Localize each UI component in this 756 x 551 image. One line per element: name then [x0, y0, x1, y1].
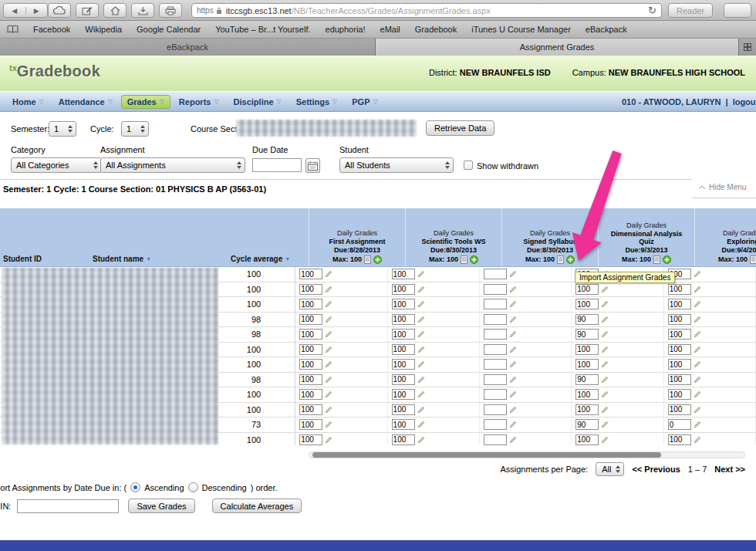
home-button[interactable]: [103, 3, 127, 18]
nav-item-grades[interactable]: Grades▽: [121, 95, 170, 109]
grade-input[interactable]: [484, 434, 507, 445]
grade-note-icon[interactable]: [509, 316, 517, 323]
grade-input[interactable]: [392, 404, 415, 415]
grade-input[interactable]: [575, 419, 599, 430]
logout-link[interactable]: logout: [733, 97, 756, 106]
grade-input[interactable]: [668, 329, 691, 340]
import-assignment-grades-icon[interactable]: [373, 255, 382, 264]
assignment-select[interactable]: All Assignments: [100, 157, 245, 173]
grade-input[interactable]: [392, 359, 415, 370]
grade-input[interactable]: [392, 299, 415, 309]
grade-input[interactable]: [575, 329, 599, 340]
bookmark-item[interactable]: iTunes U Course Manager: [471, 25, 571, 34]
grade-input[interactable]: [575, 359, 599, 370]
due-date-input[interactable]: [252, 158, 302, 172]
grade-note-icon[interactable]: [509, 346, 517, 353]
grade-input[interactable]: [575, 344, 599, 355]
grade-note-icon[interactable]: [694, 390, 701, 398]
grade-input[interactable]: [299, 284, 322, 295]
descending-radio[interactable]: [188, 482, 198, 492]
grade-note-icon[interactable]: [694, 406, 701, 414]
assignment-note-icon[interactable]: [557, 255, 564, 264]
grade-input[interactable]: [392, 284, 415, 295]
bookmark-item[interactable]: eduphoria!: [326, 25, 366, 34]
grade-input[interactable]: [392, 374, 415, 385]
calculate-averages-button[interactable]: Calculate Averages: [212, 499, 302, 513]
grade-note-icon[interactable]: [694, 300, 701, 308]
student-id-header[interactable]: Student ID: [3, 255, 42, 263]
assignment-note-icon[interactable]: [461, 255, 467, 264]
grade-input[interactable]: [668, 374, 691, 385]
grade-note-icon[interactable]: [601, 406, 609, 414]
category-select[interactable]: All Categories: [11, 157, 102, 173]
grade-input[interactable]: [668, 344, 691, 355]
horizontal-scrollbar[interactable]: [309, 451, 745, 458]
grade-note-icon[interactable]: [601, 300, 609, 308]
icloud-button[interactable]: [48, 3, 71, 18]
grade-note-icon[interactable]: [509, 436, 517, 444]
grade-input[interactable]: [668, 299, 691, 309]
nav-item-settings[interactable]: Settings▽: [290, 95, 344, 109]
grade-input[interactable]: [299, 314, 322, 325]
grade-note-icon[interactable]: [509, 270, 517, 278]
previous-page-link[interactable]: << Previous: [632, 465, 680, 474]
grade-note-icon[interactable]: [325, 270, 332, 278]
grade-note-icon[interactable]: [325, 436, 332, 444]
grade-input[interactable]: [392, 389, 415, 400]
toolbar-misc-button[interactable]: [724, 3, 751, 18]
grade-input[interactable]: [668, 359, 691, 370]
sort-icon[interactable]: ▼: [285, 256, 290, 262]
grade-input[interactable]: [668, 314, 691, 325]
tab-overview-button[interactable]: [739, 39, 756, 56]
grade-note-icon[interactable]: [325, 330, 332, 338]
grade-input[interactable]: [484, 314, 507, 325]
grade-input[interactable]: [299, 404, 322, 415]
cycle-select[interactable]: 1: [121, 121, 149, 137]
grade-note-icon[interactable]: [509, 406, 517, 414]
grade-input[interactable]: [484, 269, 507, 279]
grade-input[interactable]: [299, 419, 322, 430]
grade-note-icon[interactable]: [601, 360, 609, 368]
import-assignment-grades-icon[interactable]: [663, 255, 671, 264]
grade-input[interactable]: [484, 344, 507, 355]
grade-note-icon[interactable]: [509, 376, 517, 384]
grade-note-icon[interactable]: [325, 300, 332, 308]
grade-note-icon[interactable]: [509, 390, 517, 398]
save-grades-button[interactable]: Save Grades: [128, 499, 194, 513]
grade-input[interactable]: [392, 329, 415, 340]
grade-note-icon[interactable]: [601, 436, 609, 444]
grade-input[interactable]: [668, 419, 691, 430]
grade-note-icon[interactable]: [694, 436, 701, 444]
grade-input[interactable]: [484, 374, 507, 385]
grade-input[interactable]: [575, 434, 599, 445]
grade-note-icon[interactable]: [417, 436, 425, 444]
grade-note-icon[interactable]: [694, 360, 701, 368]
grade-note-icon[interactable]: [325, 376, 332, 384]
next-page-link[interactable]: Next >>: [714, 465, 745, 474]
downloads-button[interactable]: [131, 3, 154, 18]
grade-note-icon[interactable]: [601, 330, 609, 338]
grade-note-icon[interactable]: [325, 421, 332, 428]
grade-input[interactable]: [392, 269, 415, 279]
ascending-radio[interactable]: [130, 482, 140, 492]
semester-select[interactable]: 1: [49, 121, 76, 137]
hide-menu-link[interactable]: Hide Menu: [698, 183, 746, 191]
grade-note-icon[interactable]: [509, 286, 517, 293]
grade-input[interactable]: [299, 374, 322, 385]
nav-item-attendance[interactable]: Attendance▽: [52, 95, 119, 109]
assignment-note-icon[interactable]: [364, 255, 371, 264]
grade-input[interactable]: [392, 344, 415, 355]
refresh-icon[interactable]: ↻: [648, 5, 656, 15]
grade-note-icon[interactable]: [417, 346, 425, 353]
cycle-average-header[interactable]: Cycle average ▼: [231, 255, 290, 263]
grade-note-icon[interactable]: [601, 390, 609, 398]
nav-item-pgp[interactable]: PGP▽: [346, 95, 383, 109]
grade-note-icon[interactable]: [601, 346, 609, 353]
nav-item-home[interactable]: Home▽: [6, 95, 50, 109]
grade-input[interactable]: [484, 404, 507, 415]
grade-input[interactable]: [392, 419, 415, 430]
grade-note-icon[interactable]: [417, 300, 425, 308]
grade-note-icon[interactable]: [694, 376, 701, 384]
grade-note-icon[interactable]: [601, 376, 609, 384]
grade-input[interactable]: [575, 404, 599, 415]
